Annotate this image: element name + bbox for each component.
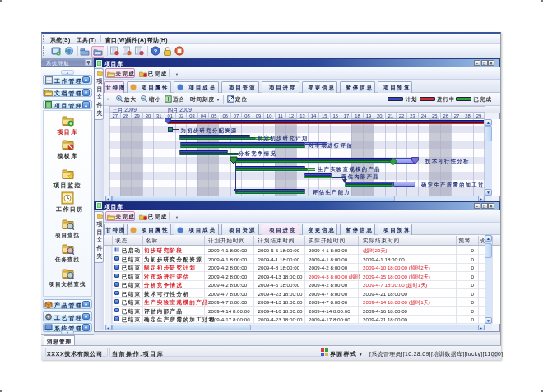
svg-text:?: ? <box>154 48 158 55</box>
